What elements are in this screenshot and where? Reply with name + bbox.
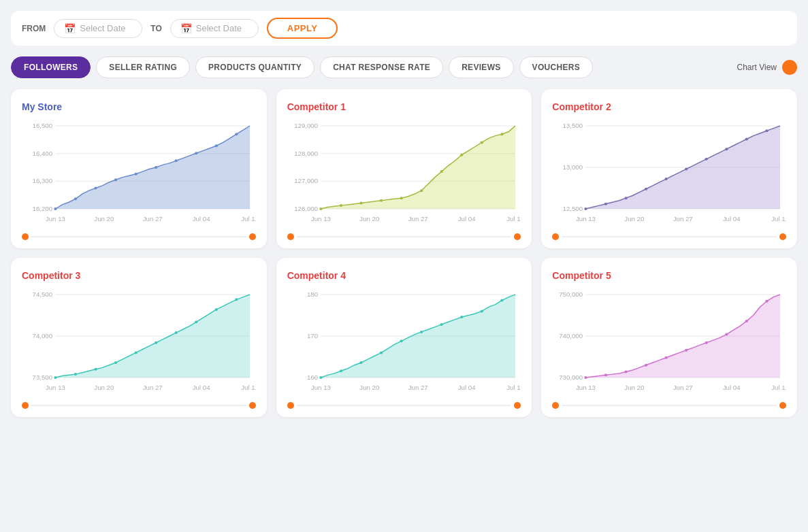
svg-text:Jul 11: Jul 11 xyxy=(506,216,521,222)
apply-button[interactable]: APPLY xyxy=(267,18,338,39)
chart-svg-competitor3: 73,50074,00074,500Jun 13Jun 20Jun 27Jul … xyxy=(22,288,256,397)
svg-text:73,500: 73,500 xyxy=(33,374,53,381)
svg-point-14 xyxy=(74,197,77,200)
range-line xyxy=(562,236,777,237)
svg-text:Jun 27: Jun 27 xyxy=(143,384,163,391)
range-dot-right xyxy=(249,402,256,409)
range-line xyxy=(297,236,512,237)
chart-card-competitor2: Competitor 212,50013,00013,500Jun 13Jun … xyxy=(541,89,797,248)
to-label: TO xyxy=(150,24,161,33)
svg-point-124 xyxy=(665,356,668,359)
svg-point-63 xyxy=(705,158,708,161)
svg-point-103 xyxy=(400,339,402,342)
svg-point-57 xyxy=(585,207,587,210)
svg-text:Jul 11: Jul 11 xyxy=(772,384,786,391)
svg-point-59 xyxy=(625,197,628,199)
range-dot-left xyxy=(22,402,29,409)
charts-grid: My Store16,20016,30016,40016,500Jun 13Ju… xyxy=(11,89,797,417)
chart-range-bar-competitor1[interactable] xyxy=(287,233,521,240)
svg-point-122 xyxy=(625,370,628,373)
calendar-icon-to: 📅 xyxy=(180,23,192,34)
svg-text:74,500: 74,500 xyxy=(33,291,53,298)
svg-text:13,000: 13,000 xyxy=(563,164,583,171)
tab-reviews[interactable]: REVIEWS xyxy=(449,56,513,78)
svg-point-129 xyxy=(766,300,769,303)
svg-text:740,000: 740,000 xyxy=(560,333,583,339)
range-line xyxy=(562,405,777,406)
svg-text:16,500: 16,500 xyxy=(33,122,53,129)
svg-text:Jun 20: Jun 20 xyxy=(94,384,114,391)
svg-point-38 xyxy=(359,201,362,204)
tab-seller-rating[interactable]: SELLER RATING xyxy=(96,56,190,78)
svg-point-15 xyxy=(94,187,97,190)
chart-svg-my-store: 16,20016,30016,40016,500Jun 13Jun 20Jun … xyxy=(22,119,256,228)
range-dot-left xyxy=(287,233,294,240)
svg-text:Jul 04: Jul 04 xyxy=(193,384,210,391)
svg-point-81 xyxy=(114,361,117,364)
svg-point-66 xyxy=(766,129,769,132)
chart-view-toggle[interactable]: Chart View xyxy=(737,60,797,75)
tab-vouchers[interactable]: VOUCHERS xyxy=(519,56,593,78)
chart-range-bar-competitor5[interactable] xyxy=(552,402,786,409)
svg-point-37 xyxy=(339,204,342,207)
chart-range-bar-competitor3[interactable] xyxy=(22,402,256,409)
svg-text:Jun 20: Jun 20 xyxy=(94,216,114,222)
chart-range-bar-my-store[interactable] xyxy=(22,233,256,240)
tab-products-quantity[interactable]: PRODUCTS QUANTITY xyxy=(195,56,314,78)
svg-text:Jun 27: Jun 27 xyxy=(673,216,693,222)
svg-text:128,000: 128,000 xyxy=(294,150,318,157)
svg-point-80 xyxy=(94,368,97,371)
svg-text:Jun 27: Jun 27 xyxy=(408,384,427,391)
svg-text:Jun 13: Jun 13 xyxy=(46,384,65,391)
range-dot-right xyxy=(514,233,521,240)
from-date-input[interactable]: 📅 Select Date xyxy=(54,19,142,38)
chart-view-dot[interactable] xyxy=(782,60,797,75)
to-date-input[interactable]: 📅 Select Date xyxy=(170,19,259,38)
svg-point-107 xyxy=(480,310,483,312)
chart-container-competitor1: 126,000127,000128,000129,000Jun 13Jun 20… xyxy=(287,119,521,228)
svg-text:750,000: 750,000 xyxy=(560,291,583,298)
svg-text:Jun 20: Jun 20 xyxy=(359,384,379,391)
svg-point-83 xyxy=(155,342,157,344)
svg-point-19 xyxy=(175,159,178,162)
chart-range-bar-competitor2[interactable] xyxy=(552,233,786,240)
svg-point-85 xyxy=(195,320,197,323)
svg-point-86 xyxy=(215,308,218,311)
chart-range-bar-competitor4[interactable] xyxy=(287,402,521,409)
chart-card-competitor3: Competitor 373,50074,00074,500Jun 13Jun … xyxy=(11,258,267,417)
svg-text:160: 160 xyxy=(307,374,318,381)
svg-text:Jul 11: Jul 11 xyxy=(506,384,521,391)
svg-text:Jun 13: Jun 13 xyxy=(576,384,596,391)
chart-svg-competitor2: 12,50013,00013,500Jun 13Jun 20Jun 27Jul … xyxy=(552,119,786,228)
svg-point-17 xyxy=(134,173,137,176)
chart-container-competitor5: 730,000740,000750,000Jun 13Jun 20Jun 27J… xyxy=(552,288,786,397)
svg-text:Jun 13: Jun 13 xyxy=(46,216,65,222)
chart-svg-competitor5: 730,000740,000750,000Jun 13Jun 20Jun 27J… xyxy=(552,288,786,397)
svg-point-106 xyxy=(460,316,463,318)
svg-point-120 xyxy=(585,376,587,379)
svg-point-82 xyxy=(134,351,137,354)
svg-point-84 xyxy=(175,331,178,334)
svg-point-108 xyxy=(500,299,503,302)
svg-point-41 xyxy=(420,189,423,192)
to-date-placeholder: Select Date xyxy=(196,23,242,33)
svg-text:Jul 04: Jul 04 xyxy=(457,216,475,222)
svg-text:170: 170 xyxy=(307,333,318,339)
chart-container-competitor4: 160170180Jun 13Jun 20Jun 27Jul 04Jul 11 xyxy=(287,288,521,397)
range-dot-right xyxy=(779,402,786,409)
svg-point-128 xyxy=(745,320,748,322)
svg-text:16,200: 16,200 xyxy=(33,205,53,212)
range-dot-left xyxy=(552,233,559,240)
range-line xyxy=(31,236,246,237)
svg-point-125 xyxy=(685,349,688,352)
tab-chat-response-rate[interactable]: CHAT RESPONSE RATE xyxy=(320,56,443,78)
chart-container-competitor3: 73,50074,00074,500Jun 13Jun 20Jun 27Jul … xyxy=(22,288,256,397)
svg-text:Jun 13: Jun 13 xyxy=(311,384,331,391)
svg-text:730,000: 730,000 xyxy=(560,374,583,381)
chart-card-competitor5: Competitor 5730,000740,000750,000Jun 13J… xyxy=(541,258,797,417)
svg-point-127 xyxy=(725,333,728,336)
from-date-placeholder: Select Date xyxy=(80,23,125,33)
tab-followers[interactable]: FOLLOWERS xyxy=(11,56,91,78)
svg-text:74,000: 74,000 xyxy=(33,333,53,339)
range-dot-right xyxy=(514,402,521,409)
